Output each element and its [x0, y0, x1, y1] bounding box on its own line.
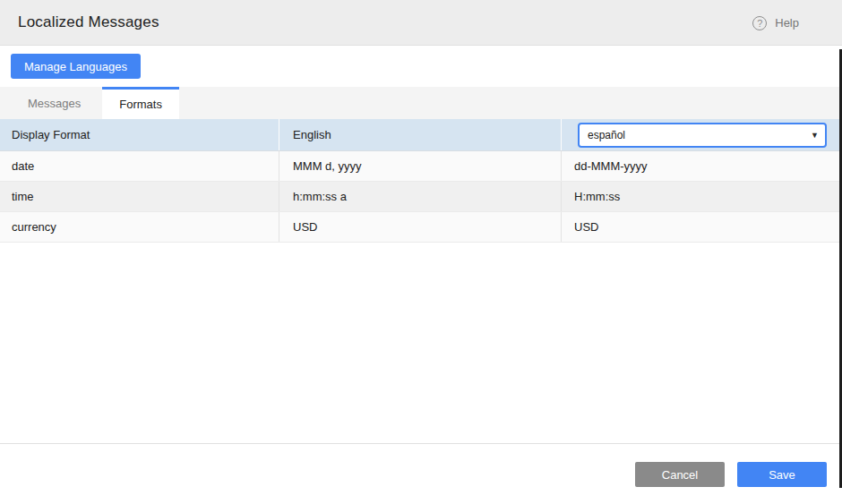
format-name-cell: date [0, 151, 279, 181]
page-title: Localized Messages [18, 13, 159, 31]
language-select-value: español [588, 129, 625, 141]
selected-language-format-cell: dd-MMM-yyyy [562, 151, 842, 181]
format-name-cell: currency [0, 212, 279, 242]
formats-table: Display Format English español ▼ date MM… [0, 119, 842, 243]
english-format-cell: MMM d, yyyy [279, 151, 562, 181]
footer-divider [0, 443, 842, 444]
selected-language-format-cell: H:mm:ss [562, 182, 842, 211]
help-button[interactable]: ? Help [752, 0, 799, 46]
selected-language-format-cell: USD [562, 212, 842, 242]
table-row: currency USD USD [0, 212, 842, 243]
tab-formats[interactable]: Formats [102, 87, 179, 119]
table-header-row: Display Format English español ▼ [0, 119, 842, 151]
english-format-cell: USD [279, 212, 562, 242]
column-header-display-format: Display Format [0, 119, 279, 150]
tab-messages[interactable]: Messages [6, 87, 102, 119]
localized-messages-screen: Localized Messages ? Help Manage Languag… [0, 0, 842, 504]
format-name-cell: time [0, 182, 279, 211]
app-header: Localized Messages ? Help [0, 0, 842, 46]
question-mark-circle-icon: ? [752, 16, 767, 30]
tab-bar: Messages Formats [0, 87, 842, 119]
table-row: time h:mm:ss a H:mm:ss [0, 182, 842, 212]
language-select[interactable]: español ▼ [578, 123, 827, 148]
dropdown-arrow-icon: ▼ [811, 131, 819, 139]
english-format-cell: h:mm:ss a [279, 182, 562, 211]
column-header-language: español ▼ [562, 119, 842, 150]
manage-languages-button[interactable]: Manage Languages [11, 54, 141, 79]
help-label: Help [775, 16, 799, 30]
save-button[interactable]: Save [737, 462, 827, 487]
table-row: date MMM d, yyyy dd-MMM-yyyy [0, 151, 842, 182]
toolbar: Manage Languages [0, 47, 842, 87]
column-header-english: English [279, 119, 562, 150]
cancel-button[interactable]: Cancel [635, 462, 725, 487]
